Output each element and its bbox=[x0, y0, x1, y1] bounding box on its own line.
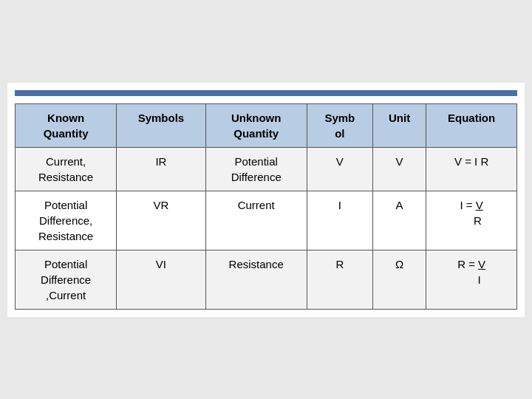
table-row: Current,Resistance IR PotentialDifferenc… bbox=[16, 147, 517, 191]
unit-1: V bbox=[372, 147, 426, 191]
page: KnownQuantity Symbols UnknownQuantity Sy… bbox=[7, 83, 525, 317]
eq-numerator-3: V bbox=[478, 258, 485, 270]
symbol-3: R bbox=[307, 250, 372, 309]
equation-2: I = V R bbox=[426, 191, 517, 250]
col-symbols: Symbols bbox=[117, 103, 205, 147]
unknown-1: PotentialDifference bbox=[205, 147, 307, 191]
top-bar bbox=[15, 90, 517, 96]
symbol-1: V bbox=[307, 147, 372, 191]
table-row: PotentialDifference,Resistance VR Curren… bbox=[16, 191, 517, 250]
header-row: KnownQuantity Symbols UnknownQuantity Sy… bbox=[16, 103, 517, 147]
symbol-2: I bbox=[307, 191, 372, 250]
known-3: PotentialDifference,Current bbox=[16, 250, 117, 309]
equation-1: V = I R bbox=[426, 147, 517, 191]
col-unit: Unit bbox=[372, 103, 426, 147]
ohms-law-table: KnownQuantity Symbols UnknownQuantity Sy… bbox=[15, 103, 517, 310]
col-unknown: UnknownQuantity bbox=[205, 103, 307, 147]
unknown-3: Resistance bbox=[205, 250, 307, 309]
equation-3: R = V I bbox=[426, 250, 517, 309]
symbols-2: VR bbox=[117, 191, 205, 250]
eq-numerator-2: V bbox=[476, 199, 483, 211]
col-known: KnownQuantity bbox=[16, 103, 117, 147]
unknown-2: Current bbox=[205, 191, 307, 250]
table-row: PotentialDifference,Current VI Resistanc… bbox=[16, 250, 517, 309]
col-equation: Equation bbox=[426, 103, 517, 147]
unit-2: A bbox=[372, 191, 426, 250]
known-2: PotentialDifference,Resistance bbox=[16, 191, 117, 250]
symbols-1: IR bbox=[117, 147, 205, 191]
known-1: Current,Resistance bbox=[16, 147, 117, 191]
unit-3: Ω bbox=[372, 250, 426, 309]
col-symbol: Symbol bbox=[307, 103, 372, 147]
symbols-3: VI bbox=[117, 250, 205, 309]
